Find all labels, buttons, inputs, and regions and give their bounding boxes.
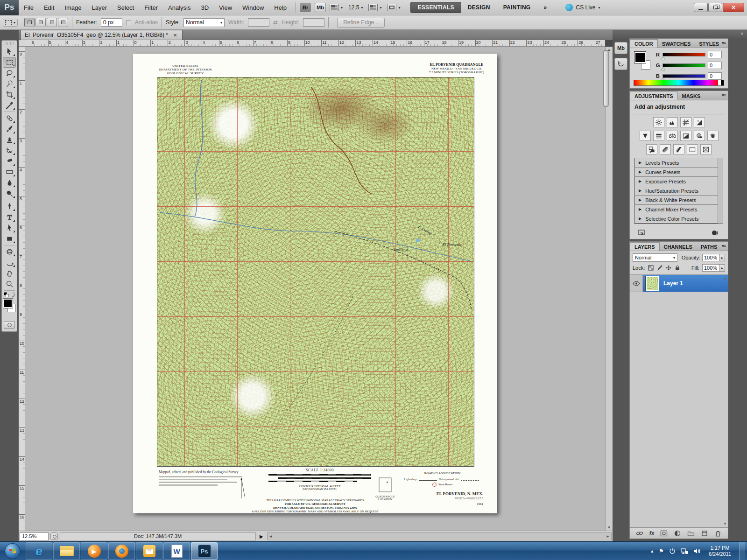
zoom-tool[interactable] (3, 279, 16, 289)
expander-icon[interactable]: ▶ (639, 161, 641, 165)
screen-mode-dropdown[interactable]: ▾ (387, 4, 400, 11)
refine-edge-button[interactable]: Refine Edge... (337, 18, 385, 28)
preset-levels[interactable]: ▶Levels Presets (635, 158, 723, 168)
channel-mixer-icon[interactable] (707, 131, 719, 141)
layer-name[interactable]: Layer 1 (663, 275, 683, 292)
preset-selective-color[interactable]: ▶Selective Color Presets (635, 214, 723, 224)
photoshop-logo[interactable]: Ps (0, 0, 19, 15)
swap-dimensions-icon[interactable]: ⇄ (273, 19, 278, 26)
subtract-from-selection-button[interactable] (47, 18, 57, 27)
horizontal-ruler[interactable]: 6543210123456789101112131415161718192021… (25, 40, 605, 47)
status-zoom-input[interactable]: 12.5% (20, 532, 49, 540)
new-selection-button[interactable] (24, 18, 35, 27)
tab-paths[interactable]: PATHS (697, 243, 722, 251)
height-input[interactable] (303, 18, 324, 27)
start-button[interactable] (0, 542, 25, 560)
blend-mode-select[interactable]: Normal ▾ (633, 253, 677, 262)
eyedropper-tool[interactable] (3, 100, 16, 111)
vibrance-icon[interactable] (640, 131, 651, 141)
tab-styles[interactable]: STYLES (695, 40, 723, 48)
fill-control[interactable]: 100% ► (702, 264, 725, 272)
menu-item[interactable]: Select (112, 0, 139, 15)
fill-input[interactable]: 100% (702, 264, 720, 272)
panel-menu-icon[interactable]: ▾≡ (722, 244, 726, 248)
cs-live-button[interactable]: CS Live ▾ (565, 4, 600, 11)
foreground-color-swatch[interactable] (3, 299, 13, 308)
history-brush-tool[interactable] (3, 145, 16, 156)
arrange-documents-dropdown[interactable]: ▾ (368, 4, 381, 11)
minibridge-panel-icon[interactable]: Mb (614, 42, 627, 54)
gradient-tool[interactable] (3, 167, 16, 177)
preset-exposure[interactable]: ▶Exposure Presets (635, 177, 723, 186)
brightness-contrast-icon[interactable] (653, 117, 664, 127)
quick-selection-tool[interactable] (3, 78, 16, 89)
spot-healing-brush-tool[interactable] (3, 113, 16, 124)
zoom-level-dropdown[interactable]: 12.5 ▾ (348, 4, 363, 11)
posterize-icon[interactable] (660, 144, 671, 154)
taskbar-photoshop[interactable]: Ps (191, 542, 218, 560)
rectangular-marquee-tool[interactable] (3, 57, 16, 68)
expander-icon[interactable]: ▶ (639, 217, 641, 221)
layers-scroll-up-icon[interactable]: ▲ (723, 276, 727, 280)
menu-item[interactable]: View (214, 0, 237, 15)
tool-preset-picker[interactable]: ▾ (3, 19, 18, 27)
layer-row[interactable]: Layer 1 (630, 275, 728, 292)
width-input[interactable] (248, 18, 269, 27)
levels-icon[interactable] (667, 117, 678, 127)
dodge-tool[interactable] (3, 188, 16, 199)
workspace-essentials[interactable]: ESSENTIALS (410, 2, 461, 13)
power-icon[interactable] (669, 547, 676, 555)
launch-minibridge-button[interactable]: Mb (315, 3, 326, 12)
tab-adjustments[interactable]: ADJUSTMENTS (630, 91, 678, 100)
menu-item[interactable]: Filter (139, 0, 163, 15)
toolbox-grip[interactable] (5, 42, 14, 45)
gradient-map-icon[interactable] (687, 144, 698, 154)
launch-bridge-button[interactable]: Br (300, 3, 311, 12)
new-group-icon[interactable] (687, 530, 695, 537)
menu-item[interactable]: 3D (196, 0, 214, 15)
tab-swatches[interactable]: SWATCHES (658, 40, 695, 48)
delete-layer-icon[interactable] (714, 530, 722, 537)
selective-color-icon[interactable] (700, 144, 712, 154)
opacity-input[interactable]: 100% (702, 254, 720, 261)
tab-layers[interactable]: LAYERS (630, 242, 660, 251)
type-tool[interactable]: T (3, 212, 16, 223)
blur-tool[interactable] (3, 177, 16, 188)
pen-tool[interactable] (3, 201, 16, 212)
lasso-tool[interactable] (3, 68, 16, 78)
quick-mask-button[interactable] (4, 321, 15, 329)
taskbar-file-explorer[interactable] (53, 542, 80, 560)
new-layer-icon[interactable] (701, 530, 708, 537)
expander-icon[interactable]: ▶ (639, 207, 641, 211)
feather-input[interactable]: 0 px (101, 18, 122, 27)
red-value-input[interactable]: 0 (708, 51, 722, 58)
swap-colors-icon[interactable]: ⤸ (12, 292, 15, 298)
show-desktop-button[interactable] (740, 542, 745, 560)
horizontal-scrollbar[interactable]: ◄ ► (267, 532, 612, 540)
action-center-icon[interactable]: ⚑ (659, 548, 664, 554)
curves-icon[interactable] (680, 117, 691, 127)
opacity-slider-arrow-icon[interactable]: ► (720, 254, 725, 261)
antialias-checkbox[interactable] (126, 20, 131, 25)
threshold-icon[interactable] (673, 144, 684, 154)
taskbar-media-player[interactable]: ▶ (81, 542, 107, 560)
expanded-view-icon[interactable] (638, 230, 647, 236)
collapse-panels-bar[interactable]: « (613, 30, 747, 38)
menu-item[interactable]: Layer (87, 0, 113, 15)
scroll-left-icon[interactable]: ◄ (269, 534, 273, 539)
tab-color[interactable]: COLOR (630, 39, 658, 48)
status-menu-arrow-icon[interactable]: ▶ (260, 534, 263, 539)
volume-icon[interactable] (693, 547, 700, 555)
invert-icon[interactable] (646, 144, 657, 154)
menu-item[interactable]: File (19, 0, 39, 15)
preset-hue-saturation[interactable]: ▶Hue/Saturation Presets (635, 186, 723, 196)
show-hidden-icons-button[interactable]: ▲ (650, 549, 654, 553)
layer-style-icon[interactable]: fx (649, 530, 655, 537)
rectangle-tool[interactable] (3, 233, 16, 244)
taskbar-firefox[interactable] (108, 542, 135, 560)
restore-button[interactable] (708, 3, 722, 12)
clone-stamp-tool[interactable] (3, 134, 16, 145)
preset-curves[interactable]: ▶Curves Presets (635, 168, 723, 177)
menu-item[interactable]: Analysis (163, 0, 196, 15)
taskbar-outlook[interactable] (136, 542, 162, 560)
